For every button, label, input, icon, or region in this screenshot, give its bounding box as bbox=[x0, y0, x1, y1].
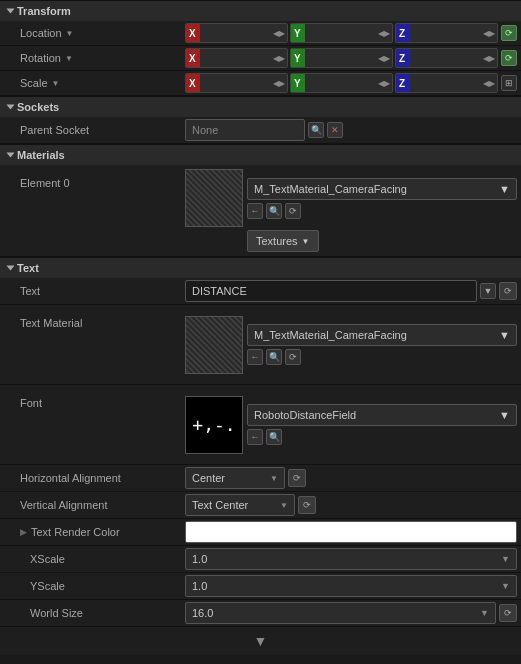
font-thumbnail[interactable]: +,-. bbox=[185, 396, 243, 454]
yscale-label: YScale bbox=[0, 580, 185, 592]
text-material-search-btn[interactable]: 🔍 bbox=[266, 349, 282, 365]
element0-material-name: M_TextMaterial_CameraFacing bbox=[254, 183, 407, 195]
xscale-content: 1.0 ▼ bbox=[185, 548, 521, 570]
vertical-alignment-reset[interactable]: ⟳ bbox=[298, 496, 316, 514]
location-z-arrow[interactable]: ◀▶ bbox=[481, 29, 497, 38]
text-material-dropdown[interactable]: M_TextMaterial_CameraFacing ▼ bbox=[247, 324, 517, 346]
text-dropdown-btn[interactable]: ▼ bbox=[480, 283, 496, 299]
sockets-collapse-icon bbox=[7, 105, 15, 110]
rotation-x-input[interactable]: 0.0 ° bbox=[200, 53, 271, 64]
rotation-row: Rotation ▼ X 0.0 ° ◀▶ Y 0.0 ° ◀▶ Z 0.0 °… bbox=[0, 46, 521, 71]
scale-y-field[interactable]: Y 1.0 ◀▶ bbox=[290, 73, 393, 93]
scale-z-input[interactable]: 1.0 bbox=[410, 78, 481, 89]
yscale-spin[interactable]: ▼ bbox=[501, 581, 510, 591]
scale-y-input[interactable]: 1.0 bbox=[305, 78, 376, 89]
rotation-dropdown-icon[interactable]: ▼ bbox=[65, 54, 73, 63]
scale-xyz: X 1.0 ◀▶ Y 1.0 ◀▶ Z 1.0 ◀▶ bbox=[185, 73, 498, 93]
element0-material-dropdown[interactable]: M_TextMaterial_CameraFacing ▼ bbox=[247, 178, 517, 200]
element0-reset-btn[interactable]: ⟳ bbox=[285, 203, 301, 219]
rotation-y-input[interactable]: 0.0 ° bbox=[305, 53, 376, 64]
text-render-color-expand-icon[interactable]: ▶ bbox=[20, 527, 27, 537]
rotation-label-container: Rotation ▼ bbox=[0, 52, 185, 64]
scale-x-input[interactable]: 1.0 bbox=[200, 78, 271, 89]
xscale-field[interactable]: 1.0 ▼ bbox=[185, 548, 517, 570]
rotation-y-arrow[interactable]: ◀▶ bbox=[376, 54, 392, 63]
location-dropdown-icon[interactable]: ▼ bbox=[66, 29, 74, 38]
world-size-row: World Size 16.0 ▼ ⟳ bbox=[0, 600, 521, 627]
location-z-field[interactable]: Z 22.0 cm ◀▶ bbox=[395, 23, 498, 43]
scale-z-field[interactable]: Z 1.0 ◀▶ bbox=[395, 73, 498, 93]
parent-socket-search-btn[interactable]: 🔍 bbox=[308, 122, 324, 138]
location-x-arrow[interactable]: ◀▶ bbox=[271, 29, 287, 38]
rotation-z-field[interactable]: Z 0.0 ° ◀▶ bbox=[395, 48, 498, 68]
yscale-field[interactable]: 1.0 ▼ bbox=[185, 575, 517, 597]
text-render-color-content bbox=[185, 521, 521, 543]
vertical-alignment-label: Vertical Alignment bbox=[0, 499, 185, 511]
text-render-color-picker[interactable] bbox=[185, 521, 517, 543]
location-label-container: Location ▼ bbox=[0, 27, 185, 39]
location-x-field[interactable]: X 0.0 cm ◀▶ bbox=[185, 23, 288, 43]
vertical-alignment-arrow: ▼ bbox=[280, 501, 288, 510]
world-size-spin[interactable]: ▼ bbox=[480, 608, 489, 618]
rotation-x-arrow[interactable]: ◀▶ bbox=[271, 54, 287, 63]
text-field-input[interactable]: DISTANCE bbox=[185, 280, 477, 302]
vertical-alignment-dropdown[interactable]: Text Center ▼ bbox=[185, 494, 295, 516]
horizontal-alignment-arrow: ▼ bbox=[270, 474, 278, 483]
location-x-input[interactable]: 0.0 cm bbox=[200, 28, 271, 39]
element0-thumbnail[interactable] bbox=[185, 169, 243, 227]
parent-socket-clear-btn[interactable]: ✕ bbox=[327, 122, 343, 138]
world-size-field[interactable]: 16.0 ▼ bbox=[185, 602, 496, 624]
bottom-chevron-btn[interactable]: ▼ bbox=[254, 633, 268, 649]
x-label: X bbox=[186, 24, 200, 42]
horizontal-alignment-dropdown[interactable]: Center ▼ bbox=[185, 467, 285, 489]
rotation-z-arrow[interactable]: ◀▶ bbox=[481, 54, 497, 63]
element0-search-btn[interactable]: 🔍 bbox=[266, 203, 282, 219]
scale-reset-btn[interactable]: ⊞ bbox=[501, 75, 517, 91]
rotation-y-field[interactable]: Y 0.0 ° ◀▶ bbox=[290, 48, 393, 68]
scale-dropdown-icon[interactable]: ▼ bbox=[52, 79, 60, 88]
location-y-arrow[interactable]: ◀▶ bbox=[376, 29, 392, 38]
font-dropdown[interactable]: RobotoDistanceField ▼ bbox=[247, 404, 517, 426]
horizontal-alignment-reset[interactable]: ⟳ bbox=[288, 469, 306, 487]
location-row: Location ▼ X 0.0 cm ◀▶ Y 0.0 cm ◀▶ Z 22.… bbox=[0, 21, 521, 46]
transform-section-header[interactable]: Transform bbox=[0, 0, 521, 21]
element0-content: M_TextMaterial_CameraFacing ▼ ← 🔍 ⟳ Text… bbox=[185, 169, 521, 252]
xscale-label: XScale bbox=[0, 553, 185, 565]
scale-x-field[interactable]: X 1.0 ◀▶ bbox=[185, 73, 288, 93]
text-material-reset-btn[interactable]: ⟳ bbox=[285, 349, 301, 365]
element0-icons: ← 🔍 ⟳ bbox=[247, 203, 517, 219]
sockets-section-header[interactable]: Sockets bbox=[0, 96, 521, 117]
location-y-input[interactable]: 0.0 cm bbox=[305, 28, 376, 39]
font-dropdown-arrow: ▼ bbox=[499, 409, 510, 421]
scale-y-arrow[interactable]: ◀▶ bbox=[376, 79, 392, 88]
rotation-z-input[interactable]: 0.0 ° bbox=[410, 53, 481, 64]
font-thumbnail-image: +,-. bbox=[186, 397, 242, 453]
font-back-btn[interactable]: ← bbox=[247, 429, 263, 445]
world-size-label: World Size bbox=[0, 607, 185, 619]
world-size-content: 16.0 ▼ ⟳ bbox=[185, 602, 521, 624]
scale-label: Scale bbox=[20, 77, 48, 89]
vertical-alignment-content: Text Center ▼ ⟳ bbox=[185, 494, 521, 516]
text-material-thumbnail[interactable] bbox=[185, 316, 243, 374]
rotation-reset-btn[interactable]: ⟳ bbox=[501, 50, 517, 66]
location-reset-btn[interactable]: ⟳ bbox=[501, 25, 517, 41]
location-y-field[interactable]: Y 0.0 cm ◀▶ bbox=[290, 23, 393, 43]
font-search-btn[interactable]: 🔍 bbox=[266, 429, 282, 445]
scale-x-arrow[interactable]: ◀▶ bbox=[271, 79, 287, 88]
sz-label: Z bbox=[396, 74, 410, 92]
world-size-reset[interactable]: ⟳ bbox=[499, 604, 517, 622]
text-reset-btn[interactable]: ⟳ bbox=[499, 282, 517, 300]
location-z-input[interactable]: 22.0 cm bbox=[410, 28, 481, 39]
sx-label: X bbox=[186, 74, 200, 92]
rotation-x-field[interactable]: X 0.0 ° ◀▶ bbox=[185, 48, 288, 68]
element0-back-btn[interactable]: ← bbox=[247, 203, 263, 219]
ry-label: Y bbox=[291, 49, 305, 67]
text-field-content: DISTANCE ▼ ⟳ bbox=[185, 280, 521, 302]
text-section-header[interactable]: Text bbox=[0, 257, 521, 278]
xscale-spin[interactable]: ▼ bbox=[501, 554, 510, 564]
materials-section-header[interactable]: Materials bbox=[0, 144, 521, 165]
scale-z-arrow[interactable]: ◀▶ bbox=[481, 79, 497, 88]
element0-textures-btn[interactable]: Textures ▼ bbox=[247, 230, 319, 252]
text-material-back-btn[interactable]: ← bbox=[247, 349, 263, 365]
parent-socket-input[interactable]: None bbox=[185, 119, 305, 141]
